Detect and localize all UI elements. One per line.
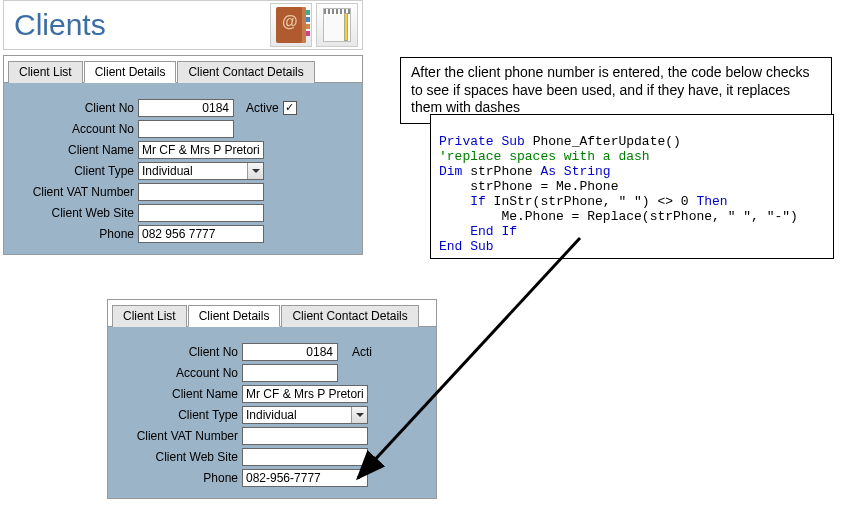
account-no-input[interactable] (138, 120, 234, 138)
phone-input[interactable] (242, 469, 368, 487)
client-vat-input[interactable] (138, 183, 264, 201)
client-web-input[interactable] (138, 204, 264, 222)
tab-client-list[interactable]: Client List (112, 305, 187, 327)
dropdown-button[interactable] (247, 163, 263, 179)
label-client-no: Client No (114, 345, 242, 359)
client-type-select[interactable]: Individual (138, 162, 264, 180)
address-book-icon (276, 7, 306, 43)
phone-input[interactable] (138, 225, 264, 243)
tab-client-details[interactable]: Client Details (84, 61, 177, 83)
notepad-button[interactable] (316, 3, 358, 47)
label-client-vat: Client VAT Number (114, 429, 242, 443)
client-type-value: Individual (246, 408, 297, 422)
client-vat-input[interactable] (242, 427, 368, 445)
label-active-truncated: Acti (352, 345, 372, 359)
code-box: Private Sub Phone_AfterUpdate() 'replace… (430, 114, 834, 259)
client-web-input[interactable] (242, 448, 368, 466)
label-client-no: Client No (10, 101, 138, 115)
label-client-vat: Client VAT Number (10, 185, 138, 199)
client-no-input[interactable] (138, 99, 234, 117)
page-title: Clients (14, 8, 106, 42)
label-client-type: Client Type (10, 164, 138, 178)
code-comment: 'replace spaces with a dash (439, 149, 650, 164)
label-client-name: Client Name (114, 387, 242, 401)
client-form-after: Client List Client Details Client Contac… (107, 299, 437, 499)
address-book-button[interactable] (270, 3, 312, 47)
label-active: Active (246, 101, 279, 115)
toolbar (270, 3, 358, 47)
label-phone: Phone (10, 227, 138, 241)
tab-client-contact-details[interactable]: Client Contact Details (177, 61, 314, 83)
form-body: Client No Active ✓ Account No Client Nam… (4, 83, 362, 254)
label-client-type: Client Type (114, 408, 242, 422)
client-no-input[interactable] (242, 343, 338, 361)
tab-bar: Client List Client Details Client Contac… (107, 299, 437, 327)
label-account-no: Account No (10, 122, 138, 136)
client-type-select[interactable]: Individual (242, 406, 368, 424)
chevron-down-icon (252, 169, 260, 173)
tab-client-list[interactable]: Client List (8, 61, 83, 83)
chevron-down-icon (356, 413, 364, 417)
active-checkbox[interactable]: ✓ (283, 101, 297, 115)
label-client-web: Client Web Site (114, 450, 242, 464)
client-name-input[interactable] (138, 141, 264, 159)
dropdown-button[interactable] (351, 407, 367, 423)
client-form-before: Client List Client Details Client Contac… (3, 55, 363, 255)
label-client-web: Client Web Site (10, 206, 138, 220)
label-client-name: Client Name (10, 143, 138, 157)
client-name-input[interactable] (242, 385, 368, 403)
label-account-no: Account No (114, 366, 242, 380)
app-header: Clients (3, 0, 363, 50)
client-type-value: Individual (142, 164, 193, 178)
tab-bar: Client List Client Details Client Contac… (4, 56, 362, 83)
notepad-icon (323, 8, 351, 42)
account-no-input[interactable] (242, 364, 338, 382)
label-phone: Phone (114, 471, 242, 485)
form-body: Client No Acti Account No Client Name Cl… (107, 327, 437, 499)
tab-client-contact-details[interactable]: Client Contact Details (281, 305, 418, 327)
tab-client-details[interactable]: Client Details (188, 305, 281, 327)
code-keyword: Private Sub (439, 134, 525, 149)
